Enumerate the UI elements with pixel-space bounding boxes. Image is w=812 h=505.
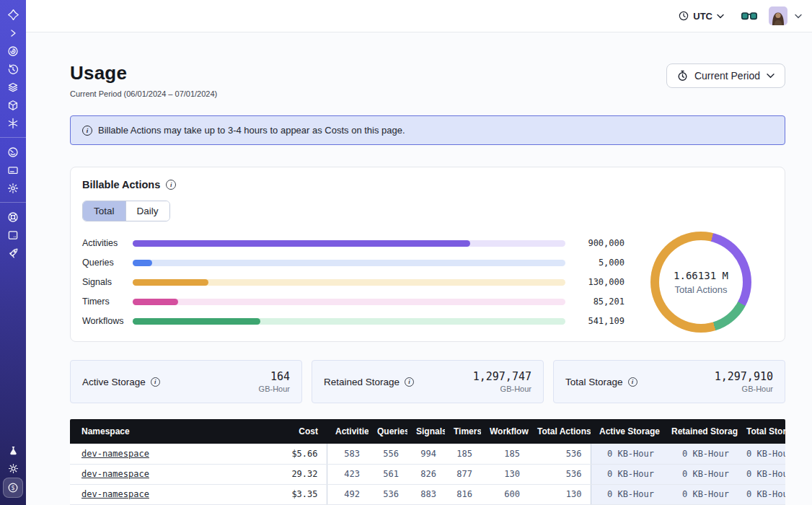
info-icon[interactable]: i xyxy=(166,180,176,190)
table-header-total-actions: Total Actions xyxy=(529,419,591,444)
support-lifebuoy-icon[interactable] xyxy=(3,208,23,226)
storage-card-label: Total Storage xyxy=(565,377,623,387)
billing-card-icon[interactable] xyxy=(3,161,23,179)
bar-track xyxy=(133,318,565,325)
storage-card-label: Active Storage xyxy=(82,377,146,387)
page-header: Usage Current Period (06/01/2024 – 07/01… xyxy=(70,62,785,98)
usage-gauge-icon[interactable] xyxy=(3,143,23,161)
schedules-icon[interactable] xyxy=(3,60,23,78)
stopwatch-icon xyxy=(677,70,688,82)
bar-fill xyxy=(133,279,208,286)
table-cell: 492 xyxy=(327,484,369,504)
table-cell: 0 KB-Hour xyxy=(738,444,785,464)
table-cell: 994 xyxy=(407,444,445,464)
table-header-cost: Cost xyxy=(252,419,327,444)
namespace-link[interactable]: dev-namespace xyxy=(81,449,149,459)
table-cell: dev-namespace xyxy=(70,444,252,464)
nexus-asterisk-icon[interactable] xyxy=(3,114,23,132)
chevron-down-icon xyxy=(717,14,724,19)
table-row: dev-namespace$5.665835569941851855360 KB… xyxy=(70,444,785,464)
bar-track xyxy=(133,260,565,266)
usage-bar-row: Timers85,201 xyxy=(82,292,625,312)
bar-track xyxy=(133,299,565,305)
table-header-queries: Queries xyxy=(369,419,407,444)
info-icon[interactable]: i xyxy=(151,377,160,387)
table-cell: 423 xyxy=(327,464,369,484)
usage-bar-row: Workflows541,109 xyxy=(82,312,625,331)
namespace-link[interactable]: dev-namespace xyxy=(81,469,149,479)
tab-total[interactable]: Total xyxy=(83,201,125,221)
table-header-active-storage: Active Storage xyxy=(591,419,663,444)
donut-total-label: Total Actions xyxy=(675,284,728,295)
info-icon[interactable]: i xyxy=(628,377,637,387)
timezone-selector[interactable]: UTC xyxy=(679,11,724,22)
settings-gear-icon[interactable] xyxy=(3,179,23,197)
table-cell: 600 xyxy=(481,484,529,504)
table-cell: 0 KB-Hour xyxy=(738,484,785,504)
tab-daily[interactable]: Daily xyxy=(125,201,169,221)
storage-card-value: 1,297,747 xyxy=(473,370,531,383)
billable-actions-title: Billable Actions xyxy=(82,179,160,190)
usage-dollar-icon[interactable]: $ xyxy=(3,478,23,498)
main-content: Usage Current Period (06/01/2024 – 07/01… xyxy=(26,32,812,505)
storage-cards-row: Active Storagei164GB-HourRetained Storag… xyxy=(70,360,785,403)
table-cell: 0 KB-Hour xyxy=(591,484,663,504)
table-cell: $5.66 xyxy=(252,444,327,464)
expand-chevron-icon[interactable] xyxy=(3,24,23,42)
period-selector-button[interactable]: Current Period xyxy=(666,63,785,88)
table-cell: 536 xyxy=(369,484,407,504)
storage-card-unit: GB-Hour xyxy=(473,385,531,393)
svg-text:$: $ xyxy=(11,485,14,491)
table-header-total-storage: Total Storage xyxy=(738,419,785,444)
total-actions-donut: 1.66131 M Total Actions xyxy=(629,232,773,333)
info-icon[interactable]: i xyxy=(405,377,414,387)
bar-value: 130,000 xyxy=(577,277,625,287)
table-cell: 185 xyxy=(481,444,529,464)
donut-ring: 1.66131 M Total Actions xyxy=(650,232,751,333)
top-bar: UTC xyxy=(26,0,812,32)
billable-actions-tabs: Total Daily xyxy=(82,201,170,221)
labs-flask-icon[interactable] xyxy=(3,442,23,460)
bar-category-label: Timers xyxy=(82,297,131,307)
bar-fill xyxy=(133,240,470,247)
table-cell: 130 xyxy=(529,484,591,504)
bar-fill xyxy=(133,318,260,325)
table-cell: 561 xyxy=(369,464,407,484)
table-cell: 826 xyxy=(407,464,445,484)
theme-sun-icon[interactable] xyxy=(3,460,23,478)
table-header-retained-storage: Retained Storage xyxy=(663,419,738,444)
table-row: dev-namespace29.324235618268771305360 KB… xyxy=(70,464,785,484)
storage-card-unit: GB-Hour xyxy=(259,385,290,393)
storage-card-active-storage: Active Storagei164GB-Hour xyxy=(70,360,302,403)
avatar[interactable] xyxy=(769,6,787,25)
table-cell: 536 xyxy=(529,464,591,484)
layers-icon[interactable] xyxy=(3,78,23,96)
storage-card-label: Retained Storage xyxy=(324,377,400,387)
billable-actions-card: Billable Actions i Total Daily Activitie… xyxy=(70,167,785,342)
namespaces-icon[interactable] xyxy=(3,42,23,60)
page-title: Usage xyxy=(70,62,217,84)
namespace-link[interactable]: dev-namespace xyxy=(81,489,149,499)
table-cell: 185 xyxy=(445,444,481,464)
docs-terminal-icon[interactable] xyxy=(3,226,23,244)
info-icon: i xyxy=(82,126,92,136)
glasses-icon[interactable] xyxy=(741,12,757,21)
bar-category-label: Queries xyxy=(82,258,131,268)
billable-actions-chart: Activities900,000Queries5,000Signals130,… xyxy=(82,232,773,333)
getting-started-rocket-icon[interactable] xyxy=(3,244,23,262)
timezone-label: UTC xyxy=(693,11,712,22)
table-cell: 0 KB-Hour xyxy=(738,464,785,484)
clock-icon xyxy=(679,11,689,21)
deployments-cube-icon[interactable] xyxy=(3,96,23,114)
namespace-usage-table: NamespaceCostActivitiesQueriesSignalsTim… xyxy=(70,419,785,505)
table-header-activities: Activities xyxy=(327,419,369,444)
page-subtitle: Current Period (06/01/2024 – 07/01/2024) xyxy=(70,89,217,98)
storage-card-value: 164 xyxy=(259,370,290,383)
bar-track xyxy=(133,279,565,286)
table-cell: 0 KB-Hour xyxy=(591,464,663,484)
temporal-logo[interactable] xyxy=(3,6,23,24)
usage-bar-row: Activities900,000 xyxy=(82,234,625,253)
table-cell: 883 xyxy=(407,484,445,504)
chevron-down-icon[interactable] xyxy=(795,14,802,19)
table-cell: 877 xyxy=(445,464,481,484)
